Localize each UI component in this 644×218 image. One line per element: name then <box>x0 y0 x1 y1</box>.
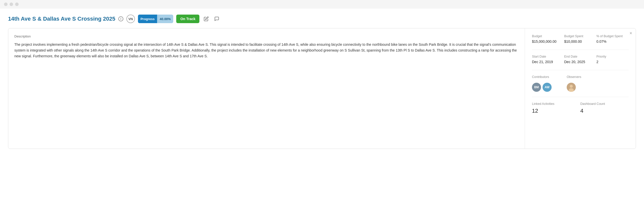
dashboard-count-label: Dashboard Count <box>580 102 629 106</box>
svg-point-1 <box>570 85 573 88</box>
end-date-value: Dec 20, 2025 <box>564 60 596 64</box>
description-text: The project involves implementing a fres… <box>14 42 518 59</box>
progress-value: 40.00% <box>157 15 173 23</box>
divider-2 <box>532 70 629 70</box>
user-avatar-badge[interactable]: VN <box>126 15 135 23</box>
end-date-label: End Date <box>564 55 596 60</box>
budget-spent-value: $10,000.00 <box>564 39 596 43</box>
contributor-bm-avatar[interactable]: BM <box>532 83 541 92</box>
content-panel: × Description The project involves imple… <box>8 28 636 149</box>
linked-activities-value: 12 <box>532 108 580 114</box>
priority-col: Priority 2 <box>596 55 629 64</box>
close-button[interactable]: × <box>629 31 632 35</box>
traffic-light-yellow <box>10 3 13 6</box>
end-date-col: End Date Dec 20, 2025 <box>564 55 596 64</box>
comment-button[interactable] <box>213 15 221 23</box>
budget-col: Budget $15,000,000.00 <box>532 34 564 43</box>
traffic-light-red <box>4 3 8 6</box>
divider-1 <box>532 50 629 50</box>
stats-grid: Linked Activities 12 Dashboard Count 4 <box>532 102 629 114</box>
on-track-badge[interactable]: On Track <box>176 15 199 23</box>
dashboard-count-value: 4 <box>580 108 629 114</box>
budget-grid: Budget $15,000,000.00 Budget Spent $10,0… <box>532 34 629 43</box>
main-container: 14th Ave S & Dallas Ave S Crossing 2025 … <box>0 9 644 218</box>
project-title: 14th Ave S & Dallas Ave S Crossing 2025 <box>8 16 115 22</box>
observer-avatar[interactable] <box>567 83 576 92</box>
pct-budget-col: % of Budget Spent 0.07% <box>596 34 629 43</box>
meta-section: Budget $15,000,000.00 Budget Spent $10,0… <box>525 28 636 149</box>
description-heading: Description <box>14 34 518 38</box>
contributors-label: Contributors <box>532 75 552 80</box>
project-header: 14th Ave S & Dallas Ave S Crossing 2025 … <box>8 15 636 23</box>
window-chrome <box>0 0 644 9</box>
start-date-label: Start Date <box>532 55 564 60</box>
observers-col: Observers <box>567 75 581 92</box>
edit-button[interactable] <box>202 15 210 23</box>
linked-activities-col: Linked Activities 12 <box>532 102 580 114</box>
pct-budget-label: % of Budget Spent <box>596 34 629 39</box>
contributor-aw-avatar[interactable]: AW <box>543 83 552 92</box>
priority-label: Priority <box>596 55 629 60</box>
observers-label: Observers <box>567 75 581 80</box>
dashboard-count-col: Dashboard Count 4 <box>580 102 629 114</box>
linked-activities-label: Linked Activities <box>532 102 580 106</box>
description-section: Description The project involves impleme… <box>8 28 525 149</box>
budget-spent-label: Budget Spent <box>564 34 596 39</box>
info-icon[interactable]: i <box>118 16 123 21</box>
contributors-observers-row: Contributors BM AW Observers <box>532 75 629 92</box>
contributors-col: Contributors BM AW <box>532 75 552 92</box>
progress-badge[interactable]: Progress 40.00% <box>138 15 173 23</box>
divider-3 <box>532 97 629 97</box>
dates-grid: Start Date Dec 21, 2019 End Date Dec 20,… <box>532 55 629 64</box>
start-date-col: Start Date Dec 21, 2019 <box>532 55 564 64</box>
start-date-value: Dec 21, 2019 <box>532 60 564 64</box>
pct-budget-value: 0.07% <box>596 39 629 43</box>
budget-label: Budget <box>532 34 564 39</box>
traffic-light-green <box>15 3 19 6</box>
priority-value: 2 <box>596 60 629 64</box>
budget-spent-col: Budget Spent $10,000.00 <box>564 34 596 43</box>
budget-value: $15,000,000.00 <box>532 39 564 43</box>
progress-label: Progress <box>138 15 157 23</box>
